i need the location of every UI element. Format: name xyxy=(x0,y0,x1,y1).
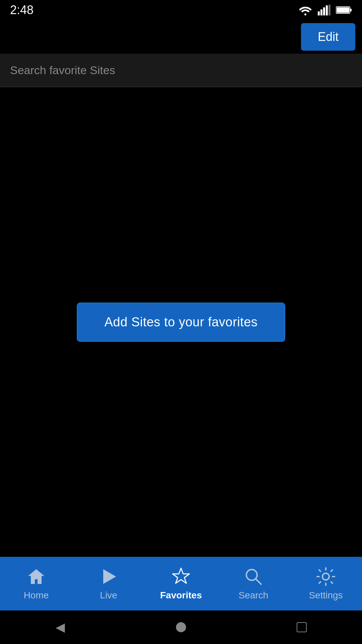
nav-item-favorites[interactable]: Favorites xyxy=(145,567,217,601)
status-icons xyxy=(298,5,352,15)
status-bar: 2:48 xyxy=(0,0,362,20)
bottom-nav: Home Live Favorites Search Settings xyxy=(0,557,362,610)
home-circle-icon xyxy=(176,622,186,632)
svg-point-0 xyxy=(304,13,306,15)
svg-rect-4 xyxy=(326,5,328,15)
nav-label-home: Home xyxy=(24,590,49,601)
search-icon xyxy=(243,567,263,587)
system-nav: ◀ xyxy=(0,610,362,644)
svg-rect-3 xyxy=(323,7,325,15)
svg-line-12 xyxy=(255,579,261,585)
svg-rect-7 xyxy=(350,9,352,11)
back-icon: ◀ xyxy=(56,620,65,634)
svg-marker-5 xyxy=(328,5,330,15)
search-input[interactable] xyxy=(10,64,352,77)
favorites-icon xyxy=(171,567,191,587)
header: Edit xyxy=(0,20,362,54)
add-favorites-button[interactable]: Add Sites to your favorites xyxy=(77,303,285,342)
battery-icon xyxy=(336,6,352,14)
svg-rect-1 xyxy=(318,11,320,15)
svg-rect-8 xyxy=(337,7,349,13)
nav-label-search: Search xyxy=(239,590,268,601)
signal-icon xyxy=(318,5,330,15)
nav-item-live[interactable]: Live xyxy=(72,567,145,601)
home-button[interactable] xyxy=(168,614,194,641)
live-icon xyxy=(99,567,119,587)
nav-item-settings[interactable]: Settings xyxy=(290,567,362,601)
nav-label-live: Live xyxy=(100,590,117,601)
status-time: 2:48 xyxy=(10,3,34,17)
main-content: Add Sites to your favorites xyxy=(0,87,362,557)
svg-marker-9 xyxy=(103,569,116,584)
edit-button[interactable]: Edit xyxy=(301,23,355,51)
recents-square-icon xyxy=(297,622,307,632)
home-icon xyxy=(26,567,46,587)
svg-rect-2 xyxy=(320,9,322,15)
wifi-icon xyxy=(298,5,312,15)
nav-item-search[interactable]: Search xyxy=(217,567,290,601)
nav-label-favorites: Favorites xyxy=(160,590,202,601)
back-button[interactable]: ◀ xyxy=(47,614,74,641)
nav-label-settings: Settings xyxy=(309,590,343,601)
search-bar-container xyxy=(0,54,362,87)
svg-marker-10 xyxy=(173,568,189,583)
svg-point-13 xyxy=(322,573,329,580)
recents-button[interactable] xyxy=(288,614,315,641)
nav-item-home[interactable]: Home xyxy=(0,567,72,601)
settings-icon xyxy=(316,567,336,587)
